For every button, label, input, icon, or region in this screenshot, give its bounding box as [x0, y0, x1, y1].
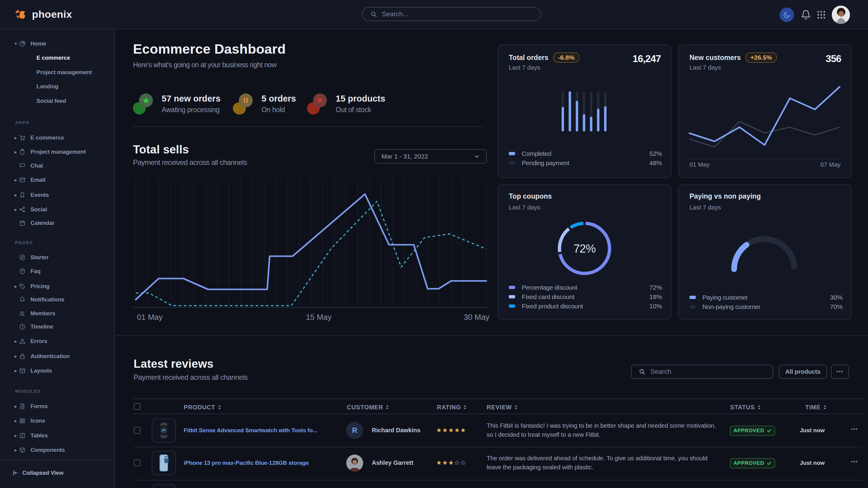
svg-text:15 May: 15 May [306, 313, 332, 322]
svg-text:30 May: 30 May [464, 313, 489, 322]
svg-text:01 May: 01 May [137, 313, 162, 322]
